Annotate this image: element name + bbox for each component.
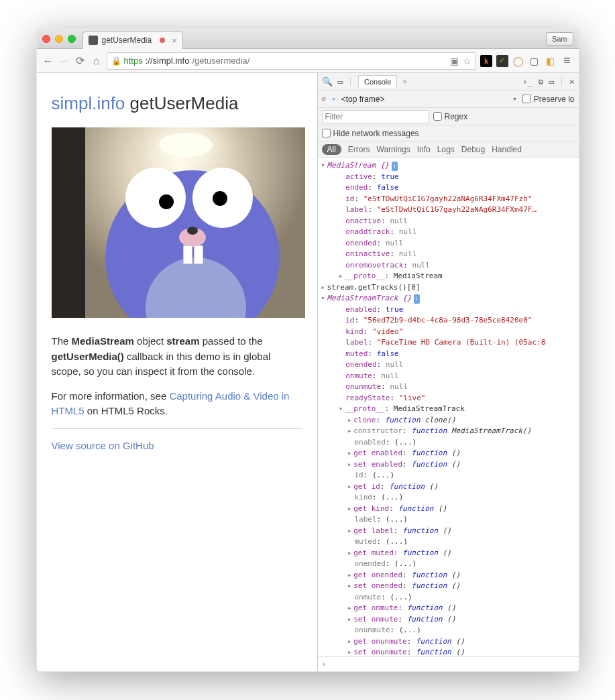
console-line[interactable]: ▾__proto__: MediaStreamTrack <box>319 404 579 415</box>
console-line[interactable]: onaddtrack: null <box>319 227 579 238</box>
clear-console-icon[interactable]: ⊘ <box>322 95 327 103</box>
close-window-button[interactable] <box>42 35 50 43</box>
console-line[interactable]: ▸get label: function () <box>319 526 579 537</box>
console-line[interactable]: onended: null <box>319 238 579 249</box>
console-line[interactable]: ▸set onended: function () <box>319 581 579 592</box>
console-line[interactable]: enabled: true <box>319 304 579 316</box>
devtools-close-button[interactable]: × <box>569 76 575 86</box>
console-line[interactable]: enabled: (...) <box>319 437 579 449</box>
console-line[interactable]: onactive: null <box>319 216 579 227</box>
console-line[interactable]: onmute: null <box>319 371 579 382</box>
console-line[interactable]: ▸get kind: function () <box>319 504 579 515</box>
console-line[interactable]: label: "FaceTime HD Camera (Built-in) (0… <box>319 337 579 349</box>
extension-check-icon[interactable]: ✓ <box>496 55 508 67</box>
console-line[interactable]: ▸set onunmute: function () <box>319 647 579 656</box>
console-line[interactable]: onunmute: (...) <box>319 625 579 636</box>
level-all[interactable]: All <box>322 144 341 155</box>
console-line[interactable]: ▾MediaStream {}i <box>319 160 579 172</box>
console-line[interactable]: ▸__proto__: MediaStream <box>319 271 579 282</box>
frame-dropdown-icon[interactable]: ▾ <box>512 95 517 103</box>
console-line[interactable]: onremovetrack: null <box>319 260 579 272</box>
home-button[interactable]: ⌂ <box>91 55 103 67</box>
level-debug[interactable]: Debug <box>461 145 485 154</box>
settings-icon[interactable]: ⚙ <box>538 76 543 86</box>
bookmark-icon[interactable]: ☆ <box>463 56 471 66</box>
video-preview <box>52 127 305 318</box>
console-line[interactable]: ▸get onmute: function () <box>319 603 579 614</box>
tab-console[interactable]: Console <box>358 75 397 88</box>
console-line[interactable]: onended: null <box>319 359 579 371</box>
console-line[interactable]: id: "eStTDwUtQiC1G7gayh22aNAg6R34FXm47Fz… <box>319 194 579 205</box>
level-errors[interactable]: Errors <box>348 145 370 154</box>
level-warnings[interactable]: Warnings <box>377 145 410 154</box>
console-line[interactable]: ▸get onunmute: function () <box>319 636 579 648</box>
devtools-panel: 🔍 ▭ | Console » ›_ ⚙ ▭ | × ⊘ ▾ <top fram… <box>317 73 579 671</box>
browser-tab[interactable]: getUserMedia × <box>82 32 183 49</box>
console-line[interactable]: ▾MediaStreamTrack {}i <box>319 293 579 304</box>
address-bar[interactable]: 🔒 https://simpl.info/getusermedia/ ▣ ☆ <box>107 52 476 70</box>
console-line[interactable]: ended: false <box>319 182 579 194</box>
reload-button[interactable]: ⟳ <box>74 54 87 67</box>
regex-checkbox[interactable]: Regex <box>433 112 468 121</box>
close-tab-button[interactable]: × <box>172 36 177 46</box>
back-button[interactable]: ← <box>42 55 54 67</box>
extension-cast-icon[interactable]: ▢ <box>528 55 541 67</box>
level-handled[interactable]: Handled <box>492 145 522 154</box>
extension-tag-icon[interactable]: ◧ <box>545 55 557 67</box>
camera-permission-icon[interactable]: ▣ <box>450 56 459 66</box>
recording-indicator-icon <box>160 38 165 43</box>
filter-toggle-icon[interactable]: ▾ <box>331 95 336 103</box>
console-line[interactable]: kind: "video" <box>319 327 579 338</box>
console-line[interactable]: onended: (...) <box>319 559 579 570</box>
filter-input[interactable] <box>322 110 429 123</box>
dock-icon[interactable]: ▭ <box>549 76 554 86</box>
console-line[interactable]: readyState: "live" <box>319 393 579 404</box>
drawer-toggle-icon[interactable]: ›_ <box>522 76 533 86</box>
devtools-log-levels: All Errors Warnings Info Logs Debug Hand… <box>318 141 579 158</box>
level-logs[interactable]: Logs <box>437 145 455 154</box>
console-line[interactable]: oninactive: null <box>319 249 579 260</box>
console-line[interactable]: ▸get muted: function () <box>319 548 579 559</box>
tabs-overflow-button[interactable]: » <box>402 77 407 86</box>
minimize-window-button[interactable] <box>55 35 63 43</box>
console-output[interactable]: ▾MediaStream {}i active: true ended: fal… <box>318 158 579 656</box>
title-link[interactable]: simpl.info <box>52 93 125 113</box>
url-host: ://simpl.info <box>146 56 190 66</box>
console-line[interactable]: active: true <box>319 172 579 183</box>
profile-button[interactable]: Sam <box>546 32 573 46</box>
device-toggle-icon[interactable]: ▭ <box>338 76 343 86</box>
console-line[interactable]: ▸get id: function () <box>319 481 579 493</box>
url-protocol: https <box>124 56 143 66</box>
hide-network-checkbox[interactable]: Hide network messages <box>322 129 419 138</box>
preserve-log-checkbox[interactable]: Preserve lo <box>522 95 575 104</box>
extension-k-icon[interactable]: k <box>480 55 492 67</box>
lock-icon: 🔒 <box>111 56 121 66</box>
frame-selector[interactable]: <top frame> <box>341 95 385 104</box>
console-line[interactable]: ▸constructor: function MediaStreamTrack(… <box>319 426 579 437</box>
forward-button[interactable]: → <box>58 55 70 67</box>
devtools-hide-network: Hide network messages <box>318 125 579 141</box>
console-line[interactable]: id: "56ed72b9-d4bc-4c8a-98d3-78e5ce8420e… <box>319 315 579 327</box>
console-line[interactable]: onunmute: null <box>319 382 579 393</box>
console-line[interactable]: ▸clone: function clone() <box>319 415 579 426</box>
console-line[interactable]: muted: false <box>319 349 579 360</box>
console-line[interactable]: label: "eStTDwUtQiC1G7gayh22aNAg6R34FXm4… <box>319 205 579 216</box>
console-line[interactable]: ▸set onmute: function () <box>319 614 579 626</box>
extension-headphones-icon[interactable]: ◯ <box>512 55 524 67</box>
titlebar: getUserMedia × Sam <box>37 29 579 49</box>
console-line[interactable]: onmute: (...) <box>319 592 579 603</box>
console-line[interactable]: label: (...) <box>319 514 579 526</box>
console-prompt[interactable]: › <box>318 656 579 671</box>
console-line[interactable]: ▸get onended: function () <box>319 570 579 581</box>
console-line[interactable]: kind: (...) <box>319 492 579 504</box>
level-info[interactable]: Info <box>417 145 431 154</box>
console-line[interactable]: muted: (...) <box>319 536 579 548</box>
console-line[interactable]: ▸stream.getTracks()[0] <box>319 282 579 294</box>
console-line[interactable]: ▸get enabled: function () <box>319 448 579 459</box>
console-line[interactable]: id: (...) <box>319 470 579 481</box>
inspect-icon[interactable]: 🔍 <box>322 76 333 86</box>
chrome-menu-button[interactable]: ≡ <box>561 54 573 68</box>
console-line[interactable]: ▸set enabled: function () <box>319 459 579 471</box>
zoom-window-button[interactable] <box>68 35 76 43</box>
view-source-link[interactable]: View source on GitHub <box>52 440 154 451</box>
